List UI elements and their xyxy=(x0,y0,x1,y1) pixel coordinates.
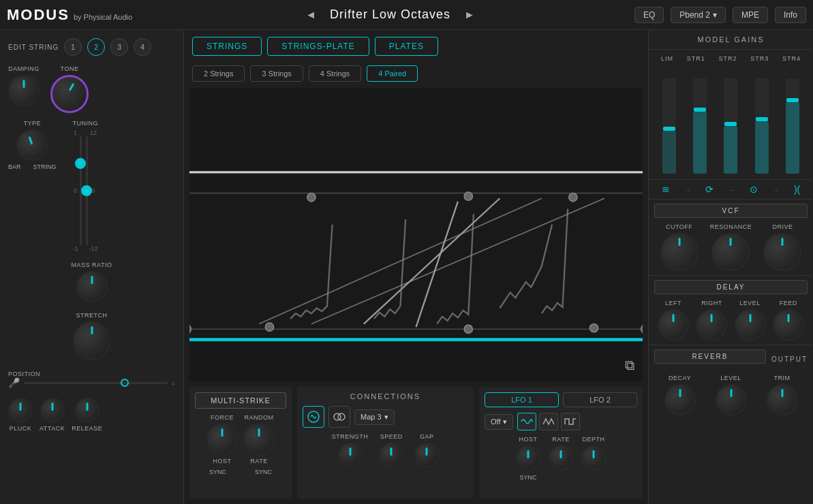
svg-point-24 xyxy=(338,413,345,420)
lim-slider[interactable] xyxy=(662,78,676,174)
string-button-3[interactable]: 3 xyxy=(110,38,128,56)
tone-knob[interactable] xyxy=(50,75,89,113)
attack-knob[interactable] xyxy=(40,398,65,422)
effects-row: ≋ → ⟳ → ⊙ → )( xyxy=(649,179,813,200)
delay-effect: ⊙ xyxy=(750,184,758,195)
resonance-knob[interactable] xyxy=(711,233,750,271)
force-knob[interactable] xyxy=(206,424,238,455)
delay-left-knob[interactable] xyxy=(658,309,689,341)
svg-point-19 xyxy=(265,323,273,331)
lfo-rate-group: RATE xyxy=(549,436,573,481)
type-label: TYPE xyxy=(24,120,42,127)
pluck-group: PLUCK xyxy=(8,398,33,432)
gap-label: GAP xyxy=(420,433,434,440)
center-panel: STRINGS STRINGS-PLATE PLATES 2 Strings 3… xyxy=(184,30,648,504)
trim-knob[interactable] xyxy=(767,384,798,415)
force-group: FORCE HOST xyxy=(206,414,238,464)
svg-marker-6 xyxy=(189,193,643,330)
delay-feed-knob[interactable] xyxy=(773,309,804,341)
reverb-knobs: DECAY LEVEL TRIM xyxy=(654,375,808,415)
trim-group: TRIM xyxy=(767,375,798,415)
prev-preset-button[interactable]: ◄ xyxy=(305,9,316,21)
delay-level-knob[interactable] xyxy=(735,309,766,341)
lfo-depth-knob[interactable] xyxy=(581,445,606,470)
vcf-header-button[interactable]: VCF xyxy=(654,204,808,218)
speed-knob[interactable] xyxy=(379,443,403,467)
lfo-rate-knob[interactable] xyxy=(549,445,573,470)
strength-label: STRENGTH xyxy=(332,433,369,440)
pluck-knob[interactable] xyxy=(8,398,33,422)
lfo-host-label: HOST xyxy=(519,436,537,443)
lfo2-tab[interactable]: LFO 2 xyxy=(563,392,637,407)
logo-modus: MODUS xyxy=(7,6,70,24)
damping-knob[interactable] xyxy=(8,75,40,106)
tuning-slider-2[interactable] xyxy=(86,136,88,245)
tab-4-strings[interactable]: 4 Strings xyxy=(309,65,361,82)
reverb-level-knob[interactable] xyxy=(716,384,747,415)
lfo-host-knob[interactable] xyxy=(516,445,540,470)
cutoff-knob[interactable] xyxy=(660,233,699,271)
delay-level-group: LEVEL xyxy=(735,300,766,341)
next-preset-button[interactable]: ► xyxy=(464,9,475,21)
slider2-bot: -12 xyxy=(89,245,98,252)
eq-button[interactable]: EQ xyxy=(634,7,664,23)
pbend-button[interactable]: Pbend 2 ▾ xyxy=(671,7,726,23)
vcf-section: VCF CUTOFF RESONANCE DRIVE xyxy=(649,200,813,276)
delay-knobs: LEFT RIGHT LEVEL FEED xyxy=(654,300,808,341)
strength-knob[interactable] xyxy=(338,443,363,467)
wave-sine-button[interactable] xyxy=(517,413,536,430)
reverb-header-button[interactable]: REVERB xyxy=(654,349,766,364)
string-button-1[interactable]: 1 xyxy=(64,38,82,56)
arrow-3: → xyxy=(773,186,780,193)
conn-wave-icon[interactable] xyxy=(303,406,324,428)
bottom-controls: MULTI-STRIKE FORCE HOST RANDOM RATE SYNC xyxy=(184,381,648,504)
str4-slider[interactable] xyxy=(786,78,799,174)
preset-name: Drifter Low Octaves xyxy=(330,7,450,22)
tab-4-paired[interactable]: 4 Paired xyxy=(367,65,418,82)
multi-strike-button[interactable]: MULTI-STRIKE xyxy=(195,392,286,409)
lfo1-tab[interactable]: LFO 1 xyxy=(485,392,559,407)
reverb-level-group: LEVEL xyxy=(716,375,747,415)
drive-vcf-knob[interactable] xyxy=(763,233,801,271)
info-button[interactable]: Info xyxy=(775,7,806,23)
string-button-2[interactable]: 2 xyxy=(87,38,105,56)
tab-3-strings[interactable]: 3 Strings xyxy=(250,65,303,82)
screenshot-icon[interactable]: ⧉ xyxy=(625,358,634,373)
str1-header: STR1 xyxy=(687,55,705,62)
release-group: RELEASE xyxy=(72,398,102,432)
str2-header: STR2 xyxy=(718,55,737,62)
vcf-wave-icon: ≋ xyxy=(662,184,670,195)
stretch-knob[interactable] xyxy=(73,321,111,360)
speed-group: SPEED xyxy=(379,433,403,467)
tuning-slider-2-thumb[interactable] xyxy=(81,185,92,196)
tab-strings-plate[interactable]: STRINGS-PLATE xyxy=(267,37,369,56)
gap-knob[interactable] xyxy=(414,443,439,467)
release-knob[interactable] xyxy=(75,398,99,422)
svg-point-21 xyxy=(589,324,598,332)
random-knob[interactable] xyxy=(243,424,275,455)
decay-knob[interactable] xyxy=(664,384,696,415)
lim-header: LIM xyxy=(661,55,673,62)
str3-slider[interactable] xyxy=(755,78,769,174)
str2-slider[interactable] xyxy=(724,78,737,174)
string-button-4[interactable]: 4 xyxy=(134,38,151,56)
delay-right-knob[interactable] xyxy=(696,309,727,341)
conn-link-icon[interactable] xyxy=(328,406,350,428)
wave-square-button[interactable] xyxy=(561,413,580,430)
tab-2-strings[interactable]: 2 Strings xyxy=(192,65,245,82)
delay-header-button[interactable]: DELAY xyxy=(654,280,808,294)
tab-strings[interactable]: STRINGS xyxy=(192,37,262,56)
position-slider-thumb[interactable] xyxy=(121,379,129,387)
wave-triangle-button[interactable] xyxy=(539,413,558,430)
reverb-section: REVERB OUTPUT DECAY LEVEL TRIM xyxy=(649,345,813,504)
lfo-source-select[interactable]: Off ▾ xyxy=(485,414,513,430)
mpe-button[interactable]: MPE xyxy=(733,7,768,23)
map-select[interactable]: Map 3 ▾ xyxy=(354,409,395,425)
bar-label: BAR xyxy=(8,163,21,170)
tuning-slider-1-thumb[interactable] xyxy=(75,158,86,169)
tab-plates[interactable]: PLATES xyxy=(375,37,438,56)
str1-slider[interactable] xyxy=(693,78,707,174)
mass-ratio-knob[interactable] xyxy=(76,271,108,302)
position-slider[interactable] xyxy=(24,382,168,384)
type-knob[interactable] xyxy=(16,129,48,161)
